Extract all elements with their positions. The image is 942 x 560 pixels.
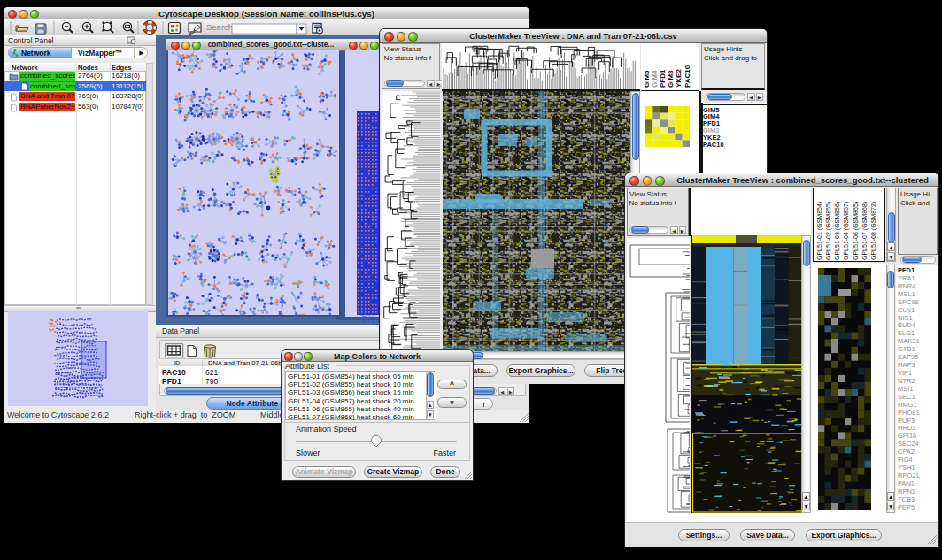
svg-text:GPL51-03 (GSM856): GPL51-03 (GSM856) (834, 202, 841, 260)
svg-text:PFD1: PFD1 (659, 69, 667, 88)
svg-text:GPL51-08 (GSM872): GPL51-08 (GSM872) (870, 202, 877, 260)
svg-text:YKE2: YKE2 (675, 69, 683, 88)
svg-text:GPL51-01 (GSM854): GPL51-01 (GSM854) (816, 202, 823, 260)
svg-text:GPL51-07 (GSM868): GPL51-07 (GSM868) (861, 202, 869, 260)
svg-text:PAC10: PAC10 (683, 65, 691, 88)
svg-text:GIM3: GIM3 (667, 70, 675, 88)
svg-text:GIM5: GIM5 (643, 70, 651, 88)
svg-text:Search:: Search: (206, 22, 236, 32)
svg-text:GPL51-06 (GSM865): GPL51-06 (GSM865) (853, 202, 860, 260)
svg-text:GIM4: GIM4 (651, 70, 659, 88)
svg-text:GPL51-02 (GSM855): GPL51-02 (GSM855) (825, 202, 832, 260)
svg-text:GPL51-04 (GSM857): GPL51-04 (GSM857) (843, 202, 850, 260)
